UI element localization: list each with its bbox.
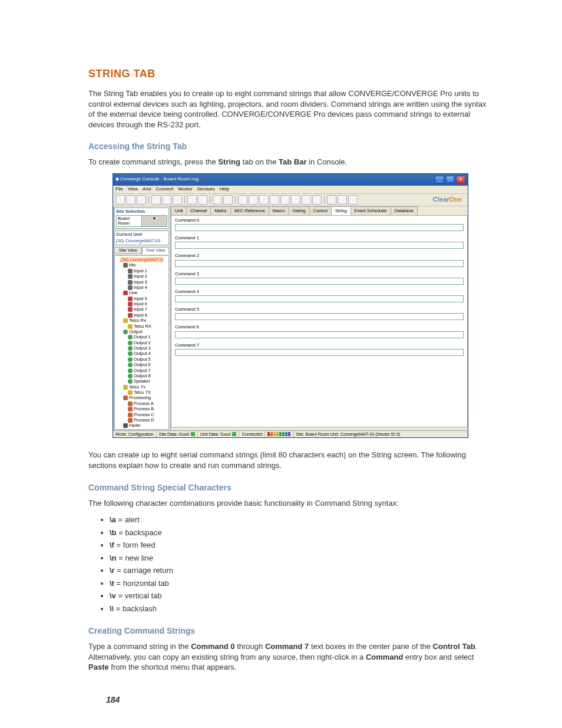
- toolbar-icon[interactable]: [198, 195, 207, 205]
- toolbar-icon[interactable]: [270, 195, 279, 205]
- tree-item[interactable]: Output 8: [116, 373, 167, 378]
- menu-modes[interactable]: Modes: [178, 187, 192, 192]
- mic-icon: [128, 280, 133, 285]
- menu-services[interactable]: Services: [197, 187, 215, 192]
- tree-item[interactable]: Input 2: [116, 274, 167, 279]
- site-view-tab[interactable]: Site View: [114, 247, 142, 254]
- toolbar-icon[interactable]: [173, 195, 182, 205]
- command-5-input[interactable]: [175, 313, 464, 320]
- command-0-input[interactable]: [175, 224, 464, 231]
- tab-matrix[interactable]: Matrix: [210, 206, 230, 215]
- tree-view-tab[interactable]: Tree View: [142, 247, 170, 254]
- toolbar-icon[interactable]: [312, 195, 322, 205]
- tree-item[interactable]: Input 7: [116, 307, 167, 312]
- site-selection-dropdown[interactable]: Board Room ▾: [116, 215, 167, 228]
- tab-control[interactable]: Control: [309, 206, 332, 215]
- toolbar-icon[interactable]: [115, 195, 125, 205]
- tree-item[interactable]: Process A: [116, 401, 167, 406]
- tree-item[interactable]: Output 2: [116, 340, 167, 345]
- tab-aec-reference[interactable]: AEC Reference: [230, 206, 269, 215]
- toolbar-icon[interactable]: [348, 195, 358, 205]
- tree-item[interactable]: Output 5: [116, 357, 167, 362]
- tree-item[interactable]: Process D: [116, 417, 167, 423]
- telco-icon: [128, 390, 133, 395]
- tree-processing[interactable]: Processing: [116, 395, 167, 400]
- tree-item[interactable]: Fader 1: [116, 429, 167, 430]
- toolbar-icon[interactable]: [238, 195, 247, 205]
- toolbar-icon[interactable]: [327, 195, 336, 205]
- command-4-input[interactable]: [175, 295, 464, 302]
- tree-item[interactable]: Output 6: [116, 362, 167, 367]
- toolbar-separator: [235, 196, 236, 204]
- tree-item[interactable]: Input 8: [116, 312, 167, 318]
- tab-channel[interactable]: Channel: [186, 206, 211, 215]
- output-icon: [128, 357, 133, 362]
- tab-unit[interactable]: Unit: [171, 206, 187, 215]
- toolbar-icon[interactable]: [187, 195, 197, 205]
- toolbar-icon[interactable]: [223, 195, 233, 205]
- maximize-button[interactable]: □: [445, 176, 455, 184]
- toolbar-icon[interactable]: [213, 195, 222, 205]
- menu-help[interactable]: Help: [220, 187, 229, 192]
- command-label: Command 1: [175, 236, 464, 241]
- menu-view[interactable]: View: [128, 187, 138, 192]
- tree-item[interactable]: Output 3: [116, 345, 167, 351]
- close-button[interactable]: ×: [456, 176, 465, 184]
- tree-telco-rx[interactable]: Telco Rx: [116, 318, 167, 323]
- tree-output[interactable]: Output: [116, 329, 167, 334]
- current-unit-panel: Current Unit (30) Converge840T-03: [114, 230, 169, 245]
- tree-item[interactable]: Process C: [116, 412, 167, 417]
- toolbar-icon[interactable]: [162, 195, 171, 205]
- tab-gating[interactable]: Gating: [289, 206, 310, 215]
- tree-item[interactable]: Speaker: [116, 378, 167, 384]
- tree-item[interactable]: Input 3: [116, 279, 167, 285]
- command-2-input[interactable]: [175, 260, 464, 267]
- tree-item[interactable]: Input 4: [116, 285, 167, 290]
- tab-database[interactable]: Database: [391, 206, 418, 215]
- toolbar-icon[interactable]: [280, 195, 290, 205]
- toolbar-icon[interactable]: [302, 195, 311, 205]
- tree-line[interactable]: Line: [116, 290, 167, 295]
- command-3-input[interactable]: [175, 278, 464, 285]
- command-label: Command 4: [175, 289, 464, 294]
- tree-item[interactable]: Output 4: [116, 351, 167, 356]
- tree-item[interactable]: Output 7: [116, 368, 167, 373]
- tree-item[interactable]: Input 5: [116, 296, 167, 301]
- tree-item[interactable]: Input 6: [116, 301, 167, 307]
- status-unit-data: Unit Data: Good: [198, 431, 240, 438]
- tree-fader[interactable]: Fader: [116, 423, 167, 428]
- minimize-button[interactable]: _: [435, 176, 444, 184]
- processing-icon: [128, 407, 133, 411]
- tree-item[interactable]: Output 1: [116, 334, 167, 340]
- list-item: \f = form feed: [110, 539, 492, 551]
- tree-mic[interactable]: Mic: [116, 262, 167, 268]
- command-6-input[interactable]: [175, 331, 464, 338]
- window-controls: _ □ ×: [435, 176, 465, 184]
- site-selection-value: Board Room: [117, 216, 141, 227]
- tree-root[interactable]: (30) Converge840T-0: [120, 257, 164, 262]
- device-tree[interactable]: (30) Converge840T-0 Mic Input 1 Input 2 …: [114, 255, 169, 430]
- menu-connect[interactable]: Connect: [156, 187, 173, 192]
- toolbar-icon[interactable]: [249, 195, 258, 205]
- tree-telco-tx[interactable]: Telco Tx: [116, 384, 167, 390]
- tree-item[interactable]: Telco TX: [116, 390, 167, 395]
- tab-macro[interactable]: Macro: [269, 206, 289, 215]
- tree-item[interactable]: Process B: [116, 406, 167, 411]
- tree-item[interactable]: Telco RX: [116, 324, 167, 329]
- toolbar-icon[interactable]: [126, 195, 135, 205]
- toolbar-icon[interactable]: [151, 195, 161, 205]
- status-indicator-icon: [191, 432, 195, 436]
- toolbar-icon[interactable]: [259, 195, 269, 205]
- tab-event-scheduler[interactable]: Event Scheduler: [351, 206, 391, 215]
- menu-add[interactable]: Add: [143, 187, 151, 192]
- toolbar-icon[interactable]: [291, 195, 300, 205]
- command-7-input[interactable]: [175, 349, 464, 356]
- toolbar-icon[interactable]: [137, 195, 146, 205]
- tab-string[interactable]: String: [331, 206, 351, 215]
- command-1-input[interactable]: [175, 242, 464, 249]
- status-location: Site: Board Room Unit: Converge840T-03 (…: [293, 431, 468, 438]
- tree-item[interactable]: Input 1: [116, 268, 167, 274]
- telco-icon: [128, 324, 133, 329]
- toolbar-icon[interactable]: [338, 195, 347, 205]
- menu-file[interactable]: File: [115, 187, 123, 192]
